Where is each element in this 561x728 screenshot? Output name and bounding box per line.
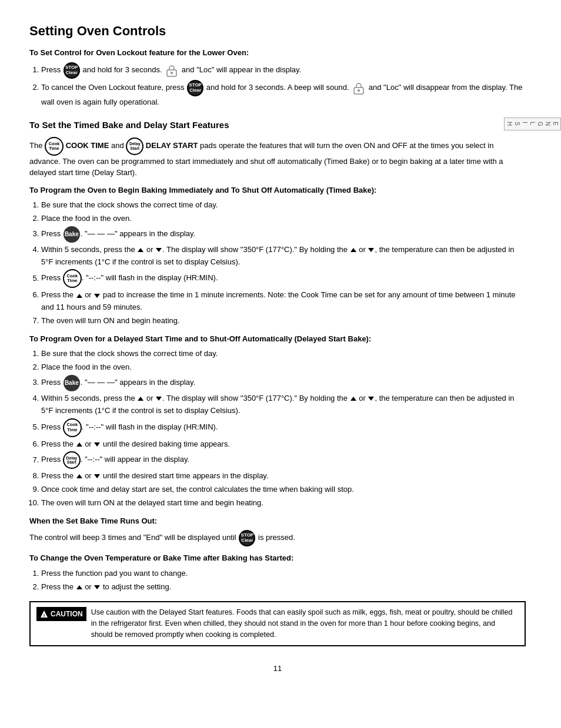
arrow-down-icon-8 xyxy=(94,585,100,589)
lockout-step-1: Press STOPClear and hold for 3 seconds. … xyxy=(41,62,526,79)
arrow-down-icon-2 xyxy=(368,248,374,252)
arrow-up-icon-6 xyxy=(76,442,82,447)
delayed-step-3: Press Bake. "— — —" appears in the displ… xyxy=(41,375,526,391)
immediate-step-1: Be sure that the clock shows the correct… xyxy=(41,199,526,212)
svg-text:!: ! xyxy=(44,613,45,618)
lock-icon-1 xyxy=(165,64,178,77)
arrow-down-icon-1 xyxy=(156,248,162,252)
immediate-step-2: Place the food in the oven. xyxy=(41,213,526,225)
delayed-step-4: Within 5 seconds, press the or . The dis… xyxy=(41,392,526,417)
delayed-step-8: Press the or until the desired start tim… xyxy=(41,470,526,482)
lock-icon-2 xyxy=(352,82,365,95)
caution-triangle-icon: ! xyxy=(40,610,48,618)
immediate-step-5: Press CookTime. "--:--" will flash in th… xyxy=(41,269,526,288)
arrow-up-icon-5 xyxy=(350,397,356,401)
bake-runs-out-text: The control will beep 3 times and "End" … xyxy=(29,530,526,546)
side-tab: E N G L I S H xyxy=(504,118,561,130)
delay-badge-intro: DelayStart xyxy=(126,137,143,155)
delayed-step-6: Press the or until the desired baking ti… xyxy=(41,438,526,451)
delayed-steps-list: Be sure that the clock shows the correct… xyxy=(41,348,526,509)
lockout-steps-list: Press STOPClear and hold for 3 seconds. … xyxy=(41,62,526,109)
caution-text: Use caution with the Delayed Start featu… xyxy=(91,607,519,640)
arrow-up-icon-8 xyxy=(76,585,82,589)
lockout-step-2: To cancel the Oven Lockout feature, pres… xyxy=(41,80,526,109)
stop-clear-icon-1: STOPClear xyxy=(64,62,80,79)
delayed-step-5: Press CookTime. "--:--" will flash in th… xyxy=(41,418,526,437)
arrow-down-icon-4 xyxy=(156,397,162,401)
arrow-up-icon-4 xyxy=(138,397,143,401)
arrow-down-icon-6 xyxy=(94,442,100,447)
stop-clear-icon-2: STOPClear xyxy=(187,80,203,96)
delayed-step-9: Once cook time and delay start are set, … xyxy=(41,484,526,496)
arrow-down-icon-7 xyxy=(94,474,100,478)
delayed-heading: To Program Oven for a Delayed Start Time… xyxy=(29,333,526,345)
bake-runs-out-heading: When the Set Bake Time Runs Out: xyxy=(29,515,526,527)
immediate-heading: To Program the Oven to Begin Baking Imme… xyxy=(29,184,526,196)
caution-box: ! CAUTION Use caution with the Delayed S… xyxy=(29,601,526,646)
immediate-step-4: Within 5 seconds, press the or . The dis… xyxy=(41,244,526,269)
page-number: 11 xyxy=(29,664,526,673)
svg-point-3 xyxy=(358,89,360,92)
change-temp-heading: To Change the Oven Temperature or Bake T… xyxy=(29,552,526,564)
arrow-up-icon-2 xyxy=(350,248,356,252)
cook-time-badge-step-d5: CookTime xyxy=(63,418,82,437)
stop-clear-icon-3: STOPClear xyxy=(239,530,255,546)
svg-point-1 xyxy=(171,72,173,74)
delayed-step-2: Place the food in the oven. xyxy=(41,361,526,374)
delay-badge-step7: DelayStart xyxy=(63,451,81,469)
delayed-step-7: Press DelayStart. "--:--" will appear in… xyxy=(41,451,526,469)
page-title: Setting Oven Controls xyxy=(29,24,526,39)
bake-icon-2: Bake xyxy=(64,375,80,391)
timed-bake-heading: To Set the Timed Bake and Delay Start Fe… xyxy=(29,119,526,132)
bake-icon-1: Bake xyxy=(64,226,80,243)
delayed-step-10: The oven will turn ON at the delayed sta… xyxy=(41,497,526,509)
arrow-up-icon-1 xyxy=(138,248,143,252)
arrow-up-icon-3 xyxy=(76,294,82,298)
immediate-step-6: Press the or pad to increase the time in… xyxy=(41,289,526,314)
arrow-down-icon-5 xyxy=(368,397,374,401)
immediate-steps-list: Be sure that the clock shows the correct… xyxy=(41,199,526,327)
page-content: E N G L I S H Setting Oven Controls To S… xyxy=(0,0,561,708)
cook-time-badge-step5: CookTime xyxy=(63,269,82,288)
delayed-step-1: Be sure that the clock shows the correct… xyxy=(41,348,526,360)
arrow-up-icon-7 xyxy=(76,474,82,478)
immediate-step-3: Press Bake. "— — —" appears in the displ… xyxy=(41,226,526,243)
caution-label: ! CAUTION xyxy=(36,607,86,622)
change-temp-step-2: Press the or to adjust the setting. xyxy=(41,581,526,593)
change-temp-steps-list: Press the function pad you want to chang… xyxy=(41,568,526,593)
arrow-down-icon-3 xyxy=(94,294,100,298)
immediate-step-7: The oven will turn ON and begin heating. xyxy=(41,315,526,327)
timed-bake-intro: The CookTime COOK TIME and DelayStart DE… xyxy=(29,137,526,179)
cook-time-badge-intro: CookTime xyxy=(45,137,64,156)
lockout-heading: To Set Control for Oven Lockout feature … xyxy=(29,47,526,59)
change-temp-step-1: Press the function pad you want to chang… xyxy=(41,568,526,580)
